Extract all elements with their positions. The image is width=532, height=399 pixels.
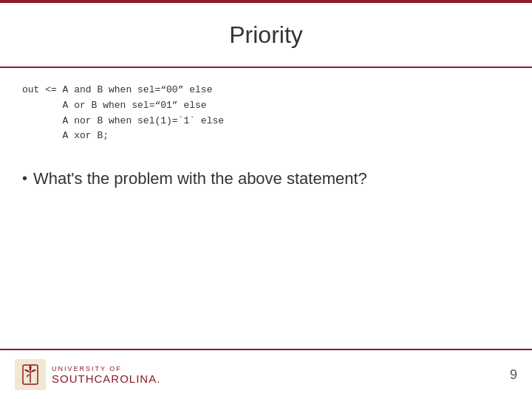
code-line-4: A xor B; (22, 129, 510, 144)
carolina-label: CAROLINA. (95, 372, 161, 385)
code-line-1: out <= A and B when sel=“00” else (22, 83, 510, 98)
code-line-3: A nor B when sel(1)=`1` else (22, 114, 510, 129)
logo-text: UNIVERSITY OF SOUTHCAROLINA. (52, 365, 160, 385)
bullet-text: What's the problem with the above statem… (33, 168, 367, 191)
header: Priority (0, 3, 532, 68)
south-carolina-label: SOUTHCAROLINA. (52, 372, 160, 385)
university-of-label: UNIVERSITY OF (52, 365, 160, 372)
code-block: out <= A and B when sel=“00” else A or B… (22, 83, 510, 144)
page-number: 9 (510, 367, 517, 383)
page-title: Priority (229, 21, 303, 49)
university-emblem (15, 359, 46, 390)
bullet-point: • What's the problem with the above stat… (22, 168, 510, 191)
footer: UNIVERSITY OF SOUTHCAROLINA. 9 (0, 349, 532, 399)
bullet-dot: • (22, 168, 27, 188)
main-content: out <= A and B when sel=“00” else A or B… (22, 71, 510, 347)
code-line-2: A or B when sel=“01” else (22, 98, 510, 114)
logo-area: UNIVERSITY OF SOUTHCAROLINA. (15, 359, 160, 390)
south-label: SOUTH (52, 372, 95, 385)
